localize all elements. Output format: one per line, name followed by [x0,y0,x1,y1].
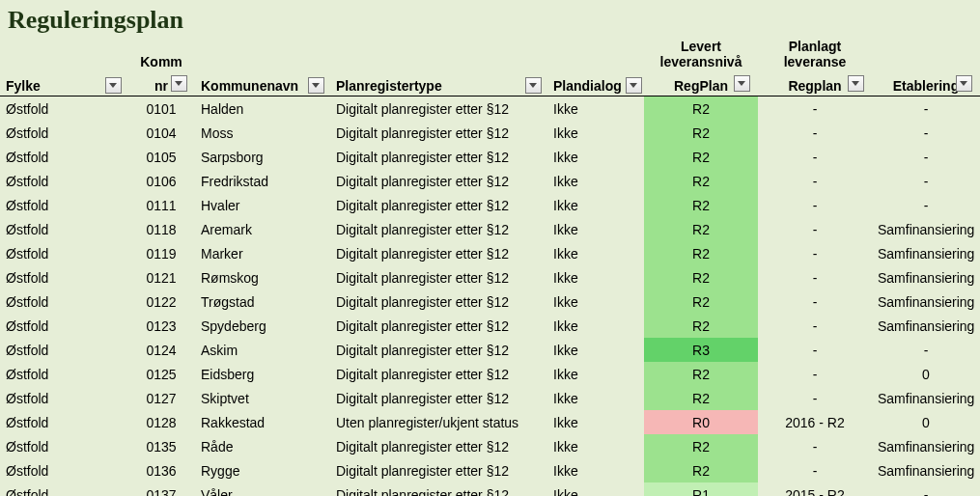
cell-levert-regplan: R2 [644,265,758,289]
col-regplan2[interactable]: Regplan [758,71,872,96]
table-row: Østfold0106FredrikstadDigitalt planregis… [0,169,980,193]
hdr-blank-4 [547,37,644,71]
cell-kommunenavn: Askim [195,338,330,362]
cell-nr: 0128 [127,410,195,434]
filter-dropdown-icon[interactable] [525,77,542,94]
col-etablering-label: Etablering [893,78,959,94]
cell-plandialog: Ikke [547,265,644,289]
cell-kommunenavn: Aremark [195,217,330,241]
cell-planlagt-regplan: - [758,96,872,122]
cell-planlagt-regplan: - [758,169,872,193]
cell-nr: 0104 [127,121,195,145]
cell-plandialog: Ikke [547,217,644,241]
cell-plandialog: Ikke [547,338,644,362]
cell-levert-regplan: R2 [644,314,758,338]
filter-dropdown-icon[interactable] [848,75,864,92]
filter-dropdown-icon[interactable] [105,77,122,94]
cell-plandialog: Ikke [547,410,644,434]
cell-fylke: Østfold [0,386,127,410]
cell-planregistertype: Digitalt planregister etter §12 [330,434,547,458]
cell-etablering: Samfinansiering [872,289,980,314]
filter-dropdown-icon[interactable] [308,77,324,94]
col-fylke[interactable]: Fylke [0,71,127,96]
cell-plandialog: Ikke [547,289,644,314]
cell-nr: 0106 [127,169,195,193]
col-regplan[interactable]: RegPlan [644,71,758,96]
cell-planregistertype: Digitalt planregister etter §12 [330,362,547,386]
cell-planregistertype: Digitalt planregister etter §12 [330,241,547,265]
cell-levert-regplan: R3 [644,338,758,362]
cell-kommunenavn: Marker [195,241,330,265]
page-title: Reguleringsplan [0,0,980,37]
cell-planregistertype: Digitalt planregister etter §12 [330,338,547,362]
col-kommunenavn-label: Kommunenavn [201,78,298,94]
cell-nr: 0124 [127,338,195,362]
col-nr[interactable]: nr [127,71,195,96]
col-kommunenavn[interactable]: Kommunenavn [195,71,330,96]
table-row: Østfold0121RømskogDigitalt planregister … [0,265,980,289]
cell-kommunenavn: Sarpsborg [195,145,330,169]
cell-kommunenavn: Rygge [195,458,330,482]
cell-etablering: 0 [872,362,980,386]
table-row: Østfold0128RakkestadUten planregister/uk… [0,410,980,434]
cell-fylke: Østfold [0,241,127,265]
col-plandialog[interactable]: Plandialog [547,71,644,96]
cell-planregistertype: Digitalt planregister etter §12 [330,458,547,482]
col-planregistertype[interactable]: Planregistertype [330,71,547,96]
cell-planlagt-regplan: - [758,434,872,458]
cell-plandialog: Ikke [547,482,644,496]
col-etablering[interactable]: Etablering [872,71,980,96]
cell-plandialog: Ikke [547,386,644,410]
table-row: Østfold0123SpydebergDigitalt planregiste… [0,314,980,338]
cell-planregistertype: Digitalt planregister etter §12 [330,169,547,193]
cell-levert-regplan: R2 [644,169,758,193]
cell-planlagt-regplan: - [758,145,872,169]
cell-plandialog: Ikke [547,314,644,338]
cell-plandialog: Ikke [547,458,644,482]
cell-etablering: - [872,145,980,169]
table-row: Østfold0136RyggeDigitalt planregister et… [0,458,980,482]
cell-fylke: Østfold [0,410,127,434]
cell-kommunenavn: Trøgstad [195,289,330,314]
cell-plandialog: Ikke [547,121,644,145]
table-row: Østfold0111HvalerDigitalt planregister e… [0,193,980,217]
cell-plandialog: Ikke [547,96,644,122]
cell-planregistertype: Uten planregister/ukjent status [330,410,547,434]
filter-dropdown-icon[interactable] [626,77,642,94]
cell-plandialog: Ikke [547,169,644,193]
cell-etablering: Samfinansiering [872,265,980,289]
cell-planregistertype: Digitalt planregister etter §12 [330,145,547,169]
cell-levert-regplan: R2 [644,458,758,482]
cell-etablering: Samfinansiering [872,386,980,410]
table-row: Østfold0124AskimDigitalt planregister et… [0,338,980,362]
cell-etablering: - [872,193,980,217]
hdr-levert-l1: Levert [681,39,721,54]
table-row: Østfold0137VålerDigitalt planregister et… [0,482,980,496]
cell-nr: 0127 [127,386,195,410]
cell-fylke: Østfold [0,96,127,122]
table-row: Østfold0127SkiptvetDigitalt planregister… [0,386,980,410]
cell-planlagt-regplan: - [758,458,872,482]
cell-nr: 0101 [127,96,195,122]
cell-nr: 0105 [127,145,195,169]
cell-plandialog: Ikke [547,145,644,169]
cell-nr: 0122 [127,289,195,314]
cell-plandialog: Ikke [547,241,644,265]
cell-fylke: Østfold [0,362,127,386]
cell-levert-regplan: R2 [644,96,758,122]
cell-levert-regplan: R2 [644,217,758,241]
cell-fylke: Østfold [0,434,127,458]
filter-dropdown-icon[interactable] [734,75,750,92]
cell-planlagt-regplan: 2016 - R2 [758,410,872,434]
cell-kommunenavn: Spydeberg [195,314,330,338]
cell-fylke: Østfold [0,169,127,193]
filter-dropdown-icon[interactable] [956,75,972,92]
filter-dropdown-icon[interactable] [171,75,187,92]
cell-plandialog: Ikke [547,362,644,386]
table-row: Østfold0118AremarkDigitalt planregister … [0,217,980,241]
hdr-planlagt-l2: leveranse [784,54,847,69]
cell-plandialog: Ikke [547,434,644,458]
cell-nr: 0123 [127,314,195,338]
cell-planregistertype: Digitalt planregister etter §12 [330,193,547,217]
cell-planregistertype: Digitalt planregister etter §12 [330,386,547,410]
